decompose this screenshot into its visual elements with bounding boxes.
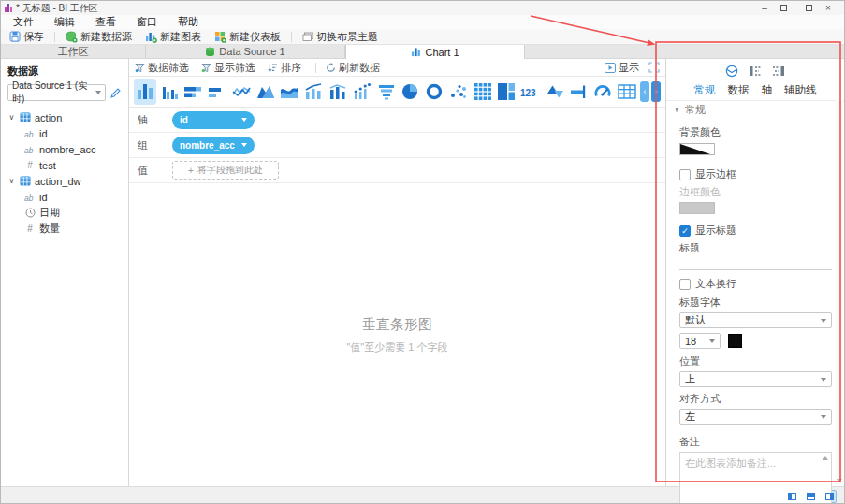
panel-layout-right-icon[interactable] [772, 65, 785, 77]
pareto-chart-button[interactable] [351, 79, 373, 105]
refresh-data-button[interactable]: 刷新数据 [326, 61, 380, 75]
palette-icon[interactable] [725, 65, 738, 78]
menu-edit[interactable]: 编辑 [44, 15, 85, 29]
bar-line-combo-chart-button[interactable] [302, 79, 325, 105]
vertical-bar-chart-button[interactable] [134, 79, 156, 105]
data-filter-button[interactable]: 数据筛选 [135, 61, 189, 75]
switch-theme-label: 切换布景主题 [316, 30, 378, 44]
sort-button[interactable]: 排序 [268, 61, 301, 75]
switch-theme-button[interactable]: 切换布景主题 [298, 30, 383, 44]
grouped-bar-chart-button[interactable] [158, 79, 181, 105]
panel-tab-axis[interactable]: 轴 [762, 83, 773, 97]
menu-window[interactable]: 窗口 [126, 15, 168, 29]
number-field-icon: # [23, 223, 36, 234]
datasource-tab-icon [205, 47, 215, 57]
new-datasource-icon [66, 31, 78, 43]
font-size-select[interactable]: 18 [679, 333, 721, 349]
toolbar-separator [54, 32, 55, 42]
tree-table-action-dw[interactable]: ∨ action_dw [7, 173, 122, 189]
collapse-icon[interactable]: ∨ [7, 113, 16, 122]
tab-workspace[interactable]: 工作区 [1, 45, 146, 58]
general-section-header[interactable]: ∨ 常规 [666, 100, 844, 118]
combo-chart-button[interactable] [327, 79, 349, 105]
gauge-chart-button[interactable] [592, 79, 615, 105]
tab-chart[interactable]: Chart 1 [345, 45, 525, 59]
close-button[interactable]: × [812, 1, 844, 15]
display-label: 显示 [619, 61, 639, 75]
value-drop-zone[interactable]: + 将字段拖到此处 [172, 161, 279, 180]
title-input[interactable] [679, 257, 832, 270]
tree-field-nombre-acc[interactable]: ab nombre_acc [7, 141, 122, 157]
pie-chart-button[interactable] [399, 79, 421, 105]
align-value: 左 [685, 410, 695, 424]
panel-tab-data[interactable]: 数据 [728, 83, 750, 97]
panel-layout-left-icon[interactable] [749, 65, 762, 77]
panel-scrollbar[interactable] [836, 100, 843, 484]
panel-tab-general[interactable]: 常规 [694, 83, 716, 97]
new-datasource-button[interactable]: 新建数据源 [61, 30, 137, 44]
font-size-value: 18 [685, 336, 696, 347]
funnel-chart-button[interactable] [375, 79, 398, 105]
tree-field-test[interactable]: # test [7, 157, 122, 173]
background-color-swatch[interactable] [679, 143, 715, 155]
datasource-select[interactable]: Data Source 1 (实时) [7, 84, 106, 101]
tree-table-action[interactable]: ∨ action [7, 109, 122, 125]
tree-field-quantity[interactable]: # 数量 [7, 221, 122, 237]
data-filter-label: 数据筛选 [148, 61, 189, 75]
tree-field-id-dw[interactable]: ab id [7, 189, 122, 205]
group-label: 组 [138, 138, 172, 152]
heatmap-button[interactable] [472, 79, 494, 105]
stacked-horizontal-bar-chart-button[interactable] [182, 79, 205, 105]
treemap-button[interactable] [495, 79, 517, 105]
svg-text:ab: ab [24, 129, 34, 138]
donut-chart-button[interactable] [423, 79, 445, 105]
chart-types-prev-button[interactable]: ‹ [640, 81, 649, 102]
minimize-button[interactable]: – [749, 1, 780, 15]
bullet-chart-button[interactable] [568, 79, 590, 105]
text-wrap-checkbox[interactable] [679, 279, 691, 290]
group-field-chip[interactable]: nombre_acc [172, 137, 255, 154]
horizontal-bar-chart-button[interactable] [206, 79, 228, 105]
scatter-plot-button[interactable] [447, 79, 470, 105]
scroll-up-icon[interactable] [823, 456, 828, 460]
string-field-icon: ab [23, 145, 36, 154]
fullscreen-icon[interactable] [648, 62, 660, 73]
menu-help[interactable]: 帮助 [168, 15, 209, 29]
properties-panel: 常规 数据 轴 辅助线 ∨ 常规 背景颜色 显示边框 边框颜色 ✓ [665, 59, 844, 486]
chart-toolbar-separator [315, 63, 316, 73]
collapse-icon: ∨ [673, 106, 681, 114]
tree-field-id[interactable]: ab id [7, 125, 122, 141]
new-chart-button[interactable]: 新建图表 [140, 30, 206, 44]
menu-view[interactable]: 查看 [85, 15, 126, 29]
tree-label: test [39, 160, 56, 171]
edit-pencil-icon[interactable] [109, 87, 122, 99]
restore-button[interactable] [780, 1, 812, 15]
data-table-button[interactable] [616, 79, 638, 105]
panel-tab-guides[interactable]: 辅助线 [784, 83, 817, 97]
new-dashboard-button[interactable]: 新建仪表板 [210, 30, 285, 44]
chart-types-next-button[interactable]: › [651, 81, 661, 102]
layout-left-icon [788, 493, 796, 500]
title-font-select[interactable]: 默认 [679, 312, 832, 328]
show-border-checkbox[interactable] [679, 169, 691, 180]
tree-field-date[interactable]: 日期 [7, 205, 122, 221]
display-filter-button[interactable]: 显示筛选 [201, 61, 255, 75]
area-chart-button[interactable] [255, 79, 277, 105]
tab-datasource[interactable]: Data Source 1 [146, 45, 345, 58]
save-button[interactable]: 保存 [5, 30, 49, 44]
axis-field-chip[interactable]: id [172, 111, 255, 129]
menu-file[interactable]: 文件 [3, 15, 44, 29]
position-select[interactable]: 上 [679, 371, 832, 387]
smooth-area-chart-button[interactable] [279, 79, 301, 105]
up-down-indicator-button[interactable] [544, 79, 566, 105]
collapse-icon[interactable]: ∨ [7, 177, 16, 185]
position-label: 位置 [679, 354, 832, 368]
title-font-color-swatch[interactable] [728, 334, 742, 348]
new-dashboard-label: 新建仪表板 [229, 30, 281, 44]
line-chart-button[interactable] [230, 79, 253, 105]
sort-icon [268, 63, 278, 73]
show-title-checkbox[interactable]: ✓ [679, 225, 691, 237]
display-button[interactable]: 显示 [605, 61, 639, 75]
kpi-number-button[interactable]: 123 [519, 79, 542, 105]
align-select[interactable]: 左 [679, 409, 832, 425]
